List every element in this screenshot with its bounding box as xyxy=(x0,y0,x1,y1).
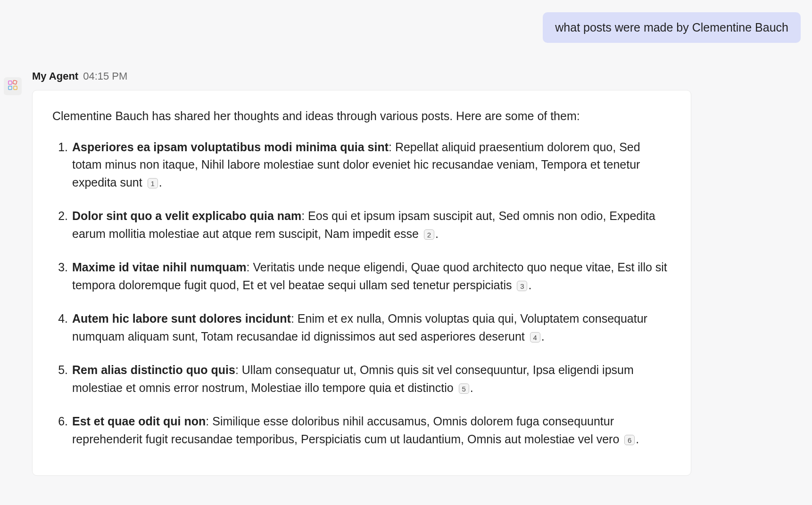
post-title: Maxime id vitae nihil numquam xyxy=(72,261,247,274)
agent-timestamp: 04:15 PM xyxy=(83,70,127,82)
post-title: Dolor sint quo a velit explicabo quia na… xyxy=(72,209,301,222)
apps-icon xyxy=(8,80,18,92)
agent-avatar[interactable] xyxy=(4,77,22,95)
user-message-bubble[interactable]: what posts were made by Clementine Bauch xyxy=(543,12,801,43)
agent-intro-text: Clementine Bauch has shared her thoughts… xyxy=(52,107,671,124)
agent-bubble-wrap: Clementine Bauch has shared her thoughts… xyxy=(25,82,812,476)
reference-chip[interactable]: 6 xyxy=(624,435,635,445)
post-title: Asperiores ea ipsam voluptatibus modi mi… xyxy=(72,140,389,154)
agent-message-bubble: Clementine Bauch has shared her thoughts… xyxy=(32,90,691,476)
list-item: Autem hic labore sunt dolores incidunt: … xyxy=(71,310,671,345)
post-title: Est et quae odit qui non xyxy=(72,415,206,428)
svg-rect-2 xyxy=(14,86,17,90)
agent-name: My Agent xyxy=(32,70,78,82)
list-item: Maxime id vitae nihil numquam: Veritatis… xyxy=(71,259,671,294)
list-item: Rem alias distinctio quo quis: Ullam con… xyxy=(71,361,671,397)
reference-chip[interactable]: 1 xyxy=(148,178,158,188)
post-title: Autem hic labore sunt dolores incidunt xyxy=(72,312,291,325)
reference-chip[interactable]: 4 xyxy=(530,332,540,342)
conversation-column: what posts were made by Clementine Bauch… xyxy=(25,0,812,505)
user-message-row: what posts were made by Clementine Bauch xyxy=(25,12,812,43)
svg-rect-1 xyxy=(8,86,12,90)
chat-page: what posts were made by Clementine Bauch… xyxy=(0,0,812,505)
reference-chip[interactable]: 2 xyxy=(424,229,434,240)
svg-rect-3 xyxy=(13,80,17,84)
reference-chip[interactable]: 5 xyxy=(459,383,469,394)
list-item: Dolor sint quo a velit explicabo quia na… xyxy=(71,207,671,243)
list-item: Asperiores ea ipsam voluptatibus modi mi… xyxy=(71,138,671,192)
left-gutter xyxy=(0,0,25,505)
agent-header: My Agent 04:15 PM xyxy=(25,70,812,82)
reference-chip[interactable]: 3 xyxy=(517,281,527,291)
list-item: Est et quae odit qui non: Similique esse… xyxy=(71,413,671,448)
svg-rect-0 xyxy=(8,81,12,84)
post-title: Rem alias distinctio quo quis xyxy=(72,363,235,376)
posts-list: Asperiores ea ipsam voluptatibus modi mi… xyxy=(52,138,671,448)
